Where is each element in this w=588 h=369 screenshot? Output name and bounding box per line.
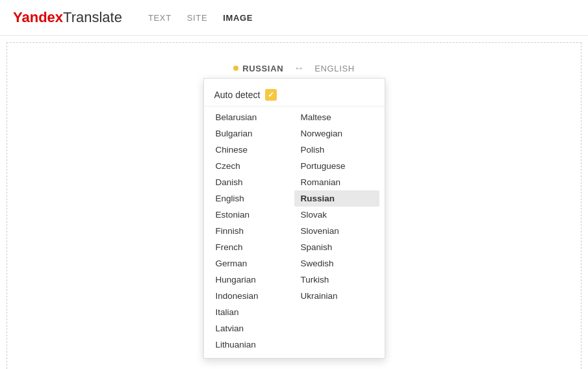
lang-option-slovenian[interactable]: Slovenian [294, 223, 379, 239]
auto-detect-checkmark: ✓ [265, 89, 277, 101]
lang-option-polish[interactable]: Polish [294, 142, 379, 158]
language-bar: RUSSIAN ↔ ENGLISH [20, 62, 568, 74]
lang-option-danish[interactable]: Danish [209, 174, 294, 190]
lang-option-romanian[interactable]: Romanian [294, 174, 379, 190]
lang-option-belarusian[interactable]: Belarusian [209, 109, 294, 125]
auto-detect-label: Auto detect [214, 90, 261, 100]
lang-option-slovak[interactable]: Slovak [294, 207, 379, 223]
main-nav: TEXTSITEIMAGE [148, 12, 253, 24]
language-col-left: BelarusianBulgarianChineseCzechDanishEng… [209, 109, 294, 353]
language-dropdown: Auto detect ✓ BelarusianBulgarianChinese… [203, 78, 385, 359]
source-language[interactable]: RUSSIAN [233, 64, 283, 73]
auto-detect-row[interactable]: Auto detect ✓ [204, 84, 385, 107]
lang-option-turkish[interactable]: Turkish [294, 272, 379, 288]
source-language-label: RUSSIAN [242, 64, 283, 73]
lang-option-indonesian[interactable]: Indonesian [209, 288, 294, 304]
lang-option-french[interactable]: French [209, 239, 294, 255]
lang-option-czech[interactable]: Czech [209, 158, 294, 174]
lang-option-norwegian[interactable]: Norwegian [294, 125, 379, 142]
lang-option-bulgarian[interactable]: Bulgarian [209, 125, 294, 142]
dropdown-wrapper: Auto detect ✓ BelarusianBulgarianChinese… [20, 78, 568, 359]
logo-translate: Translate [63, 9, 122, 26]
language-col-right: MalteseNorwegianPolishPortugueseRomanian… [294, 109, 379, 353]
logo-yandex: Yandex [13, 9, 63, 26]
lang-option-estonian[interactable]: Estonian [209, 207, 294, 223]
lang-option-swedish[interactable]: Swedish [294, 255, 379, 272]
language-columns: BelarusianBulgarianChineseCzechDanishEng… [204, 109, 385, 353]
swap-arrow[interactable]: ↔ [294, 62, 304, 74]
source-dot [233, 66, 238, 71]
lang-option-latvian[interactable]: Latvian [209, 320, 294, 337]
nav-item-site[interactable]: SITE [187, 12, 208, 24]
target-language[interactable]: ENGLISH [314, 64, 355, 73]
lang-option-portuguese[interactable]: Portuguese [294, 158, 379, 174]
lang-option-italian[interactable]: Italian [209, 304, 294, 320]
nav-item-text[interactable]: TEXT [148, 12, 172, 24]
lang-option-finnish[interactable]: Finnish [209, 223, 294, 239]
lang-option-chinese[interactable]: Chinese [209, 142, 294, 158]
nav-item-image[interactable]: IMAGE [223, 12, 253, 24]
lang-option-russian[interactable]: Russian [294, 190, 379, 207]
target-language-label: ENGLISH [314, 64, 355, 73]
lang-option-english[interactable]: English [209, 190, 294, 207]
lang-option-spanish[interactable]: Spanish [294, 239, 379, 255]
main-area: RUSSIAN ↔ ENGLISH Auto detect ✓ Belarusi… [6, 42, 582, 369]
logo: Yandex Translate [13, 9, 122, 26]
lang-option-lithuanian[interactable]: Lithuanian [209, 337, 294, 353]
lang-option-ukrainian[interactable]: Ukrainian [294, 288, 379, 304]
lang-option-german[interactable]: German [209, 255, 294, 272]
lang-option-hungarian[interactable]: Hungarian [209, 272, 294, 288]
lang-option-maltese[interactable]: Maltese [294, 109, 379, 125]
header: Yandex Translate TEXTSITEIMAGE [0, 0, 588, 36]
